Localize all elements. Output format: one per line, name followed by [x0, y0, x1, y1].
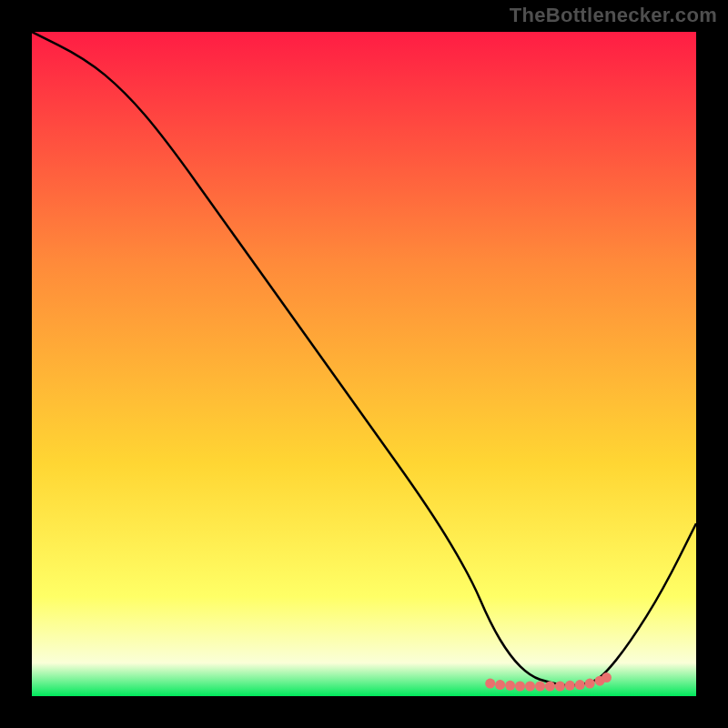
flat-zone-dot — [535, 682, 545, 692]
flat-zone-dot — [555, 682, 565, 692]
flat-zone-dot — [585, 679, 595, 689]
chart-frame: TheBottlenecker.com — [0, 0, 728, 728]
flat-zone-dot — [505, 681, 515, 691]
flat-zone-dot — [525, 682, 535, 692]
flat-zone-dot — [565, 681, 575, 691]
flat-zone-dot — [515, 682, 525, 692]
flat-zone-dot — [545, 682, 555, 692]
chart-svg — [32, 32, 696, 696]
watermark-text: TheBottlenecker.com — [510, 4, 717, 27]
plot-area — [32, 32, 696, 696]
flat-zone-dot — [602, 672, 612, 682]
gradient-rect — [32, 32, 696, 696]
flat-zone-dot — [485, 679, 495, 689]
flat-zone-dot — [495, 680, 505, 690]
flat-zone-dot — [575, 680, 585, 690]
